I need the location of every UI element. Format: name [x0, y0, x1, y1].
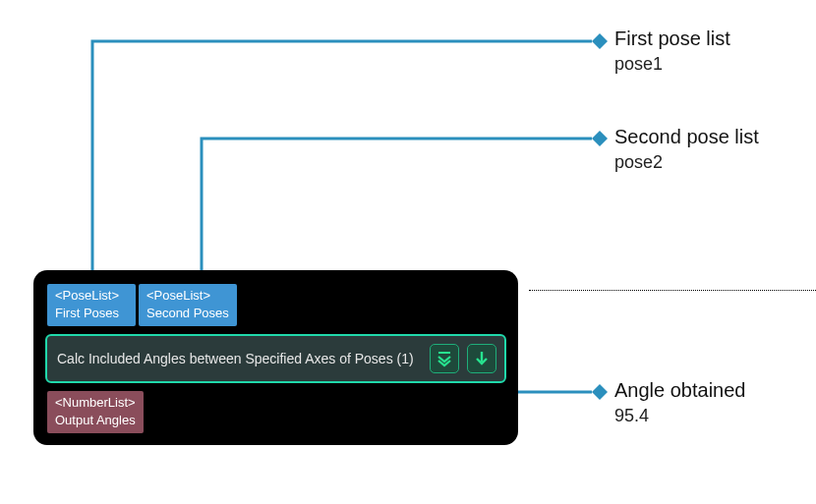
- svg-marker-2: [592, 384, 608, 400]
- node-title: Calc Included Angles between Specified A…: [57, 351, 422, 366]
- diagram-canvas: { "node": { "title": "Calc Included Angl…: [0, 0, 816, 504]
- annotation-sub: pose1: [614, 54, 730, 75]
- input-ports-row: <PoseList> First Poses <PoseList> Second…: [33, 270, 518, 328]
- input-port-first-poses[interactable]: <PoseList> First Poses: [47, 284, 136, 326]
- annotation-second-pose: Second pose list pose2: [614, 126, 759, 173]
- annotation-first-pose: First pose list pose1: [614, 28, 730, 75]
- annotation-title: First pose list: [614, 28, 730, 50]
- port-label: Output Angles: [55, 412, 136, 429]
- chevron-double-down-icon: [436, 350, 453, 367]
- annotation-sub: pose2: [614, 152, 759, 173]
- port-label: First Poses: [55, 305, 128, 322]
- download-button[interactable]: [467, 344, 496, 373]
- input-port-second-poses[interactable]: <PoseList> Second Poses: [139, 284, 237, 326]
- download-arrow-icon: [473, 350, 491, 367]
- calc-angles-node[interactable]: <PoseList> First Poses <PoseList> Second…: [33, 270, 518, 445]
- svg-marker-1: [592, 131, 608, 146]
- port-type: <NumberList>: [55, 394, 136, 412]
- annotation-title: Angle obtained: [614, 379, 745, 402]
- node-title-row: Calc Included Angles between Specified A…: [45, 334, 506, 383]
- port-label: Second Poses: [146, 305, 229, 322]
- dotted-separator: [529, 290, 816, 291]
- svg-marker-0: [592, 33, 608, 49]
- port-type: <PoseList>: [146, 287, 229, 305]
- output-port-output-angles[interactable]: <NumberList> Output Angles: [47, 391, 144, 433]
- annotation-sub: 95.4: [614, 406, 745, 426]
- annotation-angle-obtained: Angle obtained 95.4: [614, 379, 745, 426]
- port-type: <PoseList>: [55, 287, 128, 305]
- annotation-title: Second pose list: [614, 126, 759, 148]
- expand-button[interactable]: [430, 344, 459, 373]
- svg-rect-3: [438, 352, 450, 354]
